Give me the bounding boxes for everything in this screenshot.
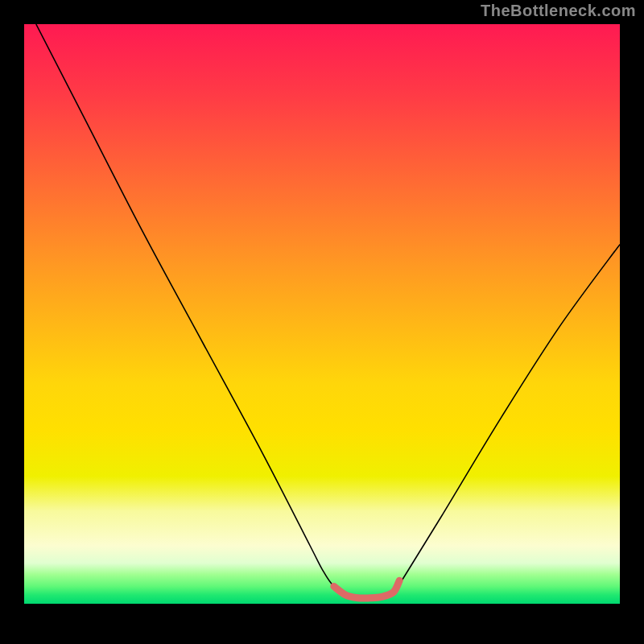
bottleneck-curve [36, 24, 620, 599]
chart-plot-area [24, 24, 620, 604]
watermark-text: TheBottleneck.com [481, 2, 636, 20]
chart-svg [24, 24, 620, 604]
optimal-band [334, 580, 399, 598]
chart-frame: TheBottleneck.com [0, 0, 644, 644]
